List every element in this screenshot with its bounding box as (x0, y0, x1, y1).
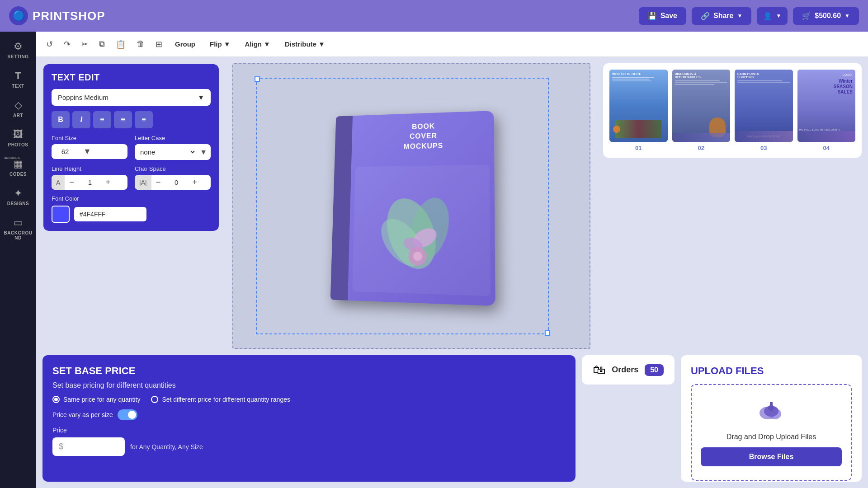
center-canvas: BOOKCOVERMOCKUPS (226, 57, 597, 355)
font-size-group: Font Size ▼ (52, 135, 127, 160)
codes-icon: ▦ (14, 158, 23, 170)
book-cover-text: BOOKCOVERMOCKUPS (360, 120, 490, 153)
account-chevron-icon: ▼ (776, 13, 781, 19)
font-size-row: Font Size ▼ Letter Case none (52, 135, 211, 160)
share-chevron-icon: ▼ (737, 13, 742, 19)
copy-button[interactable]: ⧉ (96, 37, 108, 52)
orders-button[interactable]: 🛍 Orders 50 (582, 355, 675, 385)
main-content: ↺ ↷ ✂ ⧉ 📋 🗑 ⊞ Group Flip ▼ Align ▼ Distr… (36, 32, 868, 488)
distribute-chevron-icon: ▼ (318, 40, 325, 48)
book-mockup: BOOKCOVERMOCKUPS (330, 111, 495, 306)
flip-button[interactable]: Flip ▼ (205, 38, 235, 51)
align-chevron-icon: ▼ (264, 40, 270, 48)
font-size-down-button[interactable]: ▼ (79, 144, 96, 159)
align-center-button[interactable]: ≡ (114, 111, 132, 128)
grid-button[interactable]: ⊞ (153, 37, 165, 52)
thumb-winter-text: WinterSEASONSALES (834, 79, 853, 95)
photos-icon: 🖼 (13, 129, 23, 141)
browse-files-button[interactable]: Browse Files (701, 447, 842, 466)
sidebar-item-setting[interactable]: ⚙ SETTING (2, 36, 34, 64)
logo: 🔵 PRINTSHOP (9, 6, 105, 25)
thumbnail-02[interactable]: DISCOUNTS &OPPORTUNITIES 02 (672, 70, 731, 151)
color-swatch[interactable] (52, 206, 70, 223)
radio-same-dot (52, 396, 60, 403)
cut-button[interactable]: ✂ (79, 37, 91, 52)
char-space-group: Char Space |A| − + (135, 165, 211, 190)
thumbnail-img-04: LOGO WinterSEASONSALES WE HAVE LOTS OF D… (797, 70, 856, 142)
italic-button[interactable]: I (72, 111, 90, 128)
font-selector-chevron-icon: ▼ (198, 94, 204, 101)
line-height-row: Line Height A − + Char Space |A| (52, 165, 211, 190)
color-row (52, 206, 211, 223)
sidebar-item-art[interactable]: ◇ ART (2, 95, 34, 122)
sidebar-item-text[interactable]: T TEXT (2, 66, 34, 93)
price-input-row: $ for Any Quantity, Any Size (52, 437, 566, 456)
save-icon: 💾 (648, 12, 657, 20)
toolbar: ↺ ↷ ✂ ⧉ 📋 🗑 ⊞ Group Flip ▼ Align ▼ Distr… (36, 32, 868, 57)
background-icon: ▭ (14, 217, 23, 229)
share-icon: 🔗 (701, 12, 710, 20)
line-height-group: Line Height A − + (52, 165, 127, 190)
char-space-minus-button[interactable]: − (151, 175, 165, 190)
thumbnail-04[interactable]: LOGO WinterSEASONSALES WE HAVE LOTS OF D… (797, 70, 856, 151)
radio-diff-dot (151, 396, 158, 403)
font-selector[interactable]: Poppins Medium ▼ (52, 89, 211, 106)
align-right-button[interactable]: ≡ (135, 111, 153, 128)
canvas-workspace[interactable]: BOOKCOVERMOCKUPS (232, 63, 590, 349)
save-button[interactable]: 💾 Save (639, 7, 686, 25)
sidebar-item-designs[interactable]: ✦ DESIGNS (2, 183, 34, 211)
thumbnails-panel: WINTER IS HERE 01 (603, 63, 862, 158)
main-layout: ⚙ SETTING T TEXT ◇ ART 🖼 PHOTOS ▦ CODES … (0, 32, 868, 488)
share-button[interactable]: 🔗 Share ▼ (692, 7, 751, 25)
text-format-buttons: B I ≡ ≡ ≡ (52, 111, 211, 128)
book-decoration (352, 165, 491, 296)
sidebar: ⚙ SETTING T TEXT ◇ ART 🖼 PHOTOS ▦ CODES … (0, 32, 36, 488)
art-icon: ◇ (14, 99, 22, 111)
account-button[interactable]: 👤 ▼ (757, 7, 788, 25)
toggle-row: Price vary as per size (52, 409, 566, 420)
text-edit-title: TEXT EDIT (52, 72, 211, 83)
sidebar-item-photos[interactable]: 🖼 PHOTOS (2, 124, 34, 152)
upload-dropzone[interactable]: Drag and Drop Upload Files Browse Files (691, 384, 852, 481)
redo-button[interactable]: ↷ (61, 37, 73, 52)
char-space-plus-button[interactable]: + (188, 175, 202, 190)
char-space-icon: |A| (135, 175, 151, 190)
radio-diff-price[interactable]: Set different price for different quanti… (151, 396, 290, 403)
delete-button[interactable]: 🗑 (134, 37, 147, 52)
thumbnail-01[interactable]: WINTER IS HERE 01 (609, 70, 668, 151)
paste-button[interactable]: 📋 (113, 37, 128, 52)
letter-case-select[interactable]: none uppercase lowercase (135, 144, 196, 160)
sidebar-item-codes[interactable]: ▦ CODES 34 CODES (2, 154, 34, 181)
sidebar-item-background[interactable]: ▭ BACKGROUND (2, 212, 34, 245)
line-height-input[interactable] (79, 175, 101, 190)
bold-button[interactable]: B (52, 111, 70, 128)
logo-text: PRINTSHOP (33, 9, 105, 23)
align-button[interactable]: Align ▼ (241, 38, 275, 51)
char-space-input[interactable] (165, 175, 188, 190)
letter-case-chevron-icon: ▼ (196, 145, 211, 160)
line-height-icon: A (52, 175, 65, 190)
font-size-input[interactable] (52, 144, 79, 159)
left-panel: TEXT EDIT Poppins Medium ▼ B I ≡ ≡ ≡ (36, 57, 226, 355)
undo-button[interactable]: ↺ (43, 37, 56, 52)
price-label: Price (52, 427, 566, 434)
book-spine (330, 116, 353, 300)
price-input[interactable] (66, 442, 111, 451)
price-panel-title: SET BASE PRICE (52, 365, 566, 377)
cart-button[interactable]: 🛒 $500.60 ▼ (793, 7, 859, 25)
price-vary-toggle[interactable] (118, 409, 137, 420)
align-left-button[interactable]: ≡ (93, 111, 111, 128)
upload-drop-text: Drag and Drop Upload Files (726, 433, 816, 441)
radio-same-price[interactable]: Same price for any quantity (52, 396, 140, 403)
font-size-input-row: ▼ (52, 144, 127, 159)
distribute-button[interactable]: Distribute ▼ (280, 38, 330, 51)
line-height-minus-button[interactable]: − (65, 175, 79, 190)
account-icon: 👤 (763, 12, 772, 20)
color-hex-input[interactable] (74, 207, 146, 221)
thumbnail-03[interactable]: EARN POINTSSHOPPING www.yourwebsite.co 0… (735, 70, 793, 151)
group-button[interactable]: Group (170, 38, 200, 51)
book-decoration-svg (375, 178, 467, 281)
line-height-plus-button[interactable]: + (101, 175, 115, 190)
codes-badge: 34 CODES (4, 156, 20, 160)
svg-rect-11 (770, 402, 773, 411)
